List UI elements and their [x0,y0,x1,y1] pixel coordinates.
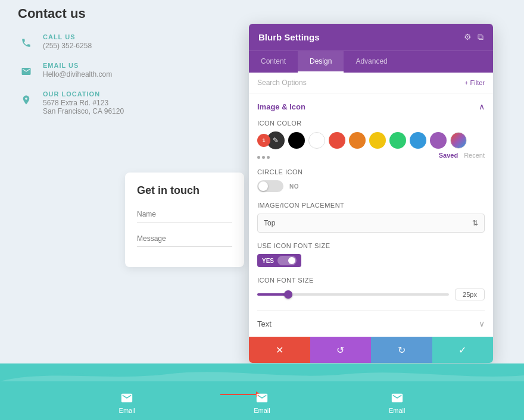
swatch-number: 1 [262,137,265,143]
dot1 [257,156,260,159]
placement-value: Top [264,219,275,227]
blue-swatch[interactable] [410,132,426,149]
call-value: (255) 352-6258 [43,42,92,50]
dot2 [262,156,265,159]
icon-color-label: Icon Color [257,120,485,127]
circle-icon-toggle-row: NO [257,180,485,192]
black-swatch[interactable] [288,132,305,149]
color-row-bottom: Saved Recent [257,152,485,159]
icon-font-size-input[interactable] [455,289,485,300]
icon-font-size-setting: Icon Font Size [257,277,485,300]
slider-fill [257,293,286,296]
email-icon-center [255,391,269,405]
circle-icon-value: NO [289,183,299,190]
panel-header: Blurb Settings ⚙ ⧉ [249,24,493,51]
contact-call: CALL US (255) 352-6258 [18,33,238,51]
panel-body: Image & Icon ∧ Icon Color 1 ✎ [249,93,493,337]
bottom-email-right: Email [389,391,406,414]
email-label-right: Email [389,407,406,414]
slider-thumb[interactable] [284,290,292,299]
placement-dropdown[interactable]: Top ⇅ [257,214,485,233]
contact-section: Contact us CALL US (255) 352-6258 EMAIL … [12,6,238,126]
circle-icon-setting: Circle Icon NO [257,168,485,192]
reset-button[interactable]: ↺ [310,337,372,363]
blurb-settings-panel: Blurb Settings ⚙ ⧉ Content Design Advanc… [249,24,493,363]
slider-track[interactable] [257,293,449,296]
placement-label: Image/Icon Placement [257,202,485,209]
text-section-header: Text ∨ [257,319,485,328]
icon-font-size-slider-row [257,289,485,300]
circle-icon-toggle[interactable] [257,180,283,192]
redo-button[interactable]: ↻ [371,337,432,363]
recent-tab[interactable]: Recent [464,152,485,159]
email-icon-right [391,391,404,405]
email-label: EMAIL US [43,62,112,69]
get-in-touch-card: Get in touch [125,173,244,267]
active-swatch-group: 1 ✎ [257,131,285,149]
call-label: CALL US [43,33,92,40]
more-dots[interactable] [257,156,270,159]
panel-tabs: Content Design Advanced [249,51,493,73]
cancel-button[interactable]: ✕ [249,337,310,363]
yes-toggle[interactable]: YES [257,254,301,267]
email-label-left: Email [119,407,136,414]
placement-setting: Image/Icon Placement Top ⇅ [257,202,485,233]
green-swatch[interactable] [389,132,406,149]
email-icon [18,63,35,80]
contact-title: Contact us [18,6,238,21]
name-input[interactable] [137,206,232,222]
gradient-swatch[interactable] [450,132,467,149]
redo-icon: ↻ [398,344,406,356]
email-icon-left [120,391,133,405]
image-icon-section-header: Image & Icon ∧ [257,102,485,111]
bottom-bar: Email Email Email [0,363,524,420]
contact-email: EMAIL US Hello@divihealth.com [18,62,238,80]
collapse-icon[interactable]: ∧ [479,102,485,111]
icon-color-setting: Icon Color 1 ✎ [257,120,485,159]
white-swatch[interactable] [308,132,325,149]
tab-design[interactable]: Design [298,51,344,73]
bottom-email-left: Email [119,391,136,414]
toggle-knob [258,181,268,191]
location-label: OUR LOCATION [43,90,124,98]
email-value: Hello@divihealth.com [43,70,112,79]
expand-icon[interactable]: ⧉ [478,32,484,42]
filter-button[interactable]: + Filter [464,79,485,86]
panel-title: Blurb Settings [258,32,320,42]
circle-icon-label: Circle Icon [257,168,485,175]
email-label-center: Email [254,407,270,414]
orange-swatch[interactable] [349,132,366,149]
contact-location: OUR LOCATION 5678 Extra Rd. #123San Fran… [18,90,238,115]
search-placeholder[interactable]: Search Options [257,79,307,87]
use-icon-font-size-label: Use Icon Font Size [257,242,485,249]
color-swatches: 1 ✎ [257,131,485,149]
dot3 [267,156,270,159]
reset-icon: ↺ [336,344,344,356]
use-icon-font-size-setting: Use Icon Font Size YES [257,242,485,267]
purple-swatch[interactable] [430,132,447,149]
yellow-swatch[interactable] [369,132,386,149]
location-icon [18,92,35,108]
saved-tab[interactable]: Saved [439,152,458,159]
tab-advanced[interactable]: Advanced [344,51,399,73]
location-value: 5678 Extra Rd. #123San Francisco, CA 961… [43,99,124,115]
icon-font-size-label: Icon Font Size [257,277,485,284]
settings-icon[interactable]: ⚙ [464,32,472,42]
image-icon-title: Image & Icon [257,102,305,111]
text-section-title: Text [257,319,272,328]
bottom-icons: Email Email Email [0,391,524,414]
text-collapse-icon[interactable]: ∨ [479,319,485,328]
number-badge: 1 [257,134,270,147]
get-in-touch-title: Get in touch [137,184,232,197]
bottom-email-center: Email [254,391,270,414]
message-input[interactable] [137,231,232,247]
action-bar: ✕ ↺ ↻ ✓ [249,337,493,363]
red-swatch[interactable] [329,132,345,149]
save-button[interactable]: ✓ [432,337,494,363]
pen-icon: ✎ [273,136,279,145]
text-section: Text ∨ [257,310,485,328]
cancel-icon: ✕ [276,344,283,356]
tab-content[interactable]: Content [249,51,298,73]
panel-search: Search Options + Filter [249,73,493,93]
yes-switch [277,256,297,265]
